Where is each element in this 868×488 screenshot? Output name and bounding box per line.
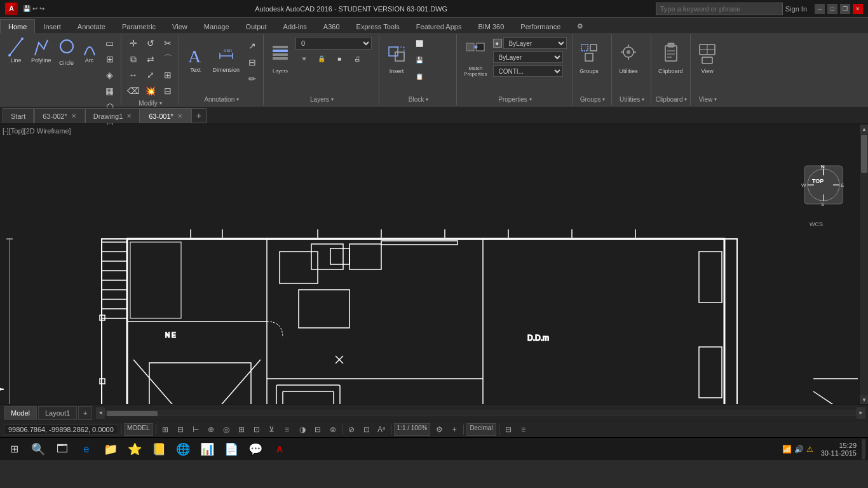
scale-tool-button[interactable]: ⤢ <box>142 67 159 83</box>
fillet-tool-button[interactable]: ⌒ <box>159 51 176 67</box>
explode-tool-button[interactable]: 💥 <box>142 83 159 98</box>
define-att-button[interactable]: 📋 <box>411 69 428 84</box>
tab-drawing1[interactable]: Drawing1 ✕ <box>85 108 140 123</box>
offset-tool-button[interactable]: ⊟ <box>159 83 176 98</box>
isolation-button[interactable]: ⊟ <box>502 423 515 436</box>
color-dropdown[interactable]: ByLayer <box>503 37 567 49</box>
tab-output[interactable]: Output <box>238 19 275 33</box>
hatch-tool-button[interactable]: ⊞ <box>102 51 118 67</box>
restore-button[interactable]: ❐ <box>840 4 850 14</box>
maximize-button[interactable]: □ <box>827 4 837 14</box>
start-button[interactable]: ⊞ <box>3 439 25 459</box>
write-block-button[interactable]: 💾 <box>411 52 428 67</box>
close-tab-63-002[interactable]: ✕ <box>71 112 76 119</box>
tab-featured-apps[interactable]: Featured Apps <box>408 19 470 33</box>
osnap-button[interactable]: ◎ <box>220 423 233 436</box>
view-button[interactable]: View <box>695 36 720 80</box>
circle-tool-button[interactable]: Circle <box>56 36 78 68</box>
tab-annotate[interactable]: Annotate <box>69 19 114 33</box>
tab-view[interactable]: View <box>164 19 196 33</box>
leader-tool-button[interactable]: ↗ <box>244 38 261 53</box>
dynmode-button[interactable]: ⊻ <box>266 423 278 436</box>
transparency-button[interactable]: ◑ <box>296 423 309 436</box>
system-clock[interactable]: 15:29 30-11-2015 <box>817 442 860 457</box>
stretch-tool-button[interactable]: ↔ <box>125 67 142 83</box>
layer-plot-button[interactable]: 🖨 <box>349 51 365 66</box>
mirror-tool-button[interactable]: ⇄ <box>142 51 159 67</box>
clipboard-group-label[interactable]: Clipboard ▾ <box>655 95 688 104</box>
linetype-dropdown[interactable]: ByLayer <box>493 51 563 63</box>
polar-button[interactable]: ⊕ <box>205 423 217 436</box>
otrack-button[interactable]: ⊞ <box>235 423 248 436</box>
rectangle-tool-button[interactable]: ▭ <box>102 36 118 51</box>
text-tool-button[interactable]: A Text <box>183 36 208 80</box>
tab-settings[interactable]: ⚙ <box>569 19 592 33</box>
customization-button[interactable]: ≡ <box>517 423 530 436</box>
tray-warning[interactable]: ⚠ <box>806 445 813 454</box>
units-display[interactable]: Decimal <box>466 423 496 436</box>
erase-tool-button[interactable]: ⌫ <box>125 83 142 98</box>
trim-tool-button[interactable]: ✂ <box>159 36 176 51</box>
scroll-up-button[interactable]: ▲ <box>860 125 868 133</box>
taskbar-search[interactable]: 🔍 <box>27 439 50 459</box>
tab-63-001[interactable]: 63-001* ✕ <box>140 108 191 123</box>
layer-color-button[interactable]: ■ <box>331 51 348 66</box>
layers-group-label[interactable]: Layers ▾ <box>268 95 376 104</box>
vertical-scrollbar[interactable]: ▲ ▼ <box>859 125 868 404</box>
scale-display[interactable]: 1:1 / 100% <box>394 423 431 436</box>
array-tool-button[interactable]: ⊞ <box>159 67 176 83</box>
scroll-thumb-h[interactable] <box>107 411 158 416</box>
properties-group-label[interactable]: Properties ▾ <box>461 95 569 104</box>
groups-button[interactable]: Groups <box>576 36 602 80</box>
navcube-compass[interactable]: N S W E TOP WCS <box>798 163 849 239</box>
move-tool-button[interactable]: ✛ <box>125 36 142 51</box>
tab-start[interactable]: Start <box>3 108 34 123</box>
layer-lock-button[interactable]: 🔒 <box>313 51 330 66</box>
taskbar-excel[interactable]: 📊 <box>196 439 219 459</box>
tab-addins[interactable]: Add-ins <box>275 19 315 33</box>
dimension-tool-button[interactable]: dim Dimension <box>210 36 243 80</box>
add-button[interactable]: + <box>448 423 461 436</box>
selection-button[interactable]: ⊚ <box>327 423 339 436</box>
layer-dropdown[interactable]: 0 <box>295 37 372 50</box>
table-anno-button[interactable]: ⊟ <box>244 55 261 70</box>
groups-group-label[interactable]: Groups ▾ <box>576 95 609 104</box>
close-button[interactable]: ✕ <box>853 4 863 14</box>
new-tab-button[interactable]: + <box>191 108 207 123</box>
tab-insert[interactable]: Insert <box>35 19 69 33</box>
grid-button[interactable]: ⊟ <box>174 423 187 436</box>
qprops-button[interactable]: ⊟ <box>311 423 324 436</box>
line-tool-button[interactable]: Line <box>5 36 27 65</box>
tab-bim360[interactable]: BIM 360 <box>470 19 512 33</box>
rotate-tool-button[interactable]: ↺ <box>142 36 159 51</box>
taskbar-explorer[interactable]: 📁 <box>99 439 122 459</box>
lineweight-button[interactable]: ≡ <box>281 423 294 436</box>
ducs-button[interactable]: ⊡ <box>250 423 263 436</box>
annotation-button[interactable]: Aᵃ <box>376 423 388 436</box>
taskbar-store[interactable]: ⭐ <box>123 439 146 459</box>
layout-tab-model[interactable]: Model <box>4 406 37 420</box>
create-block-button[interactable]: ⬜ <box>411 36 428 51</box>
model-space-button[interactable]: MODEL <box>124 423 153 436</box>
insert-block-button[interactable]: Insert <box>383 36 410 80</box>
taskbar-edge[interactable]: e <box>75 439 98 459</box>
scroll-thumb-v[interactable] <box>861 135 867 173</box>
tab-parametric[interactable]: Parametric <box>114 19 164 33</box>
tab-63-002[interactable]: 63-002* ✕ <box>34 108 85 123</box>
tray-volume[interactable]: 🔊 <box>794 445 804 454</box>
arc-tool-button[interactable]: Arc <box>79 36 100 65</box>
modify-group-label[interactable]: Modify ▾ <box>125 98 176 108</box>
layer-freeze-button[interactable]: ☀ <box>295 51 312 66</box>
utilities-group-label[interactable]: Utilities ▾ <box>616 95 648 104</box>
keyword-search-input[interactable] <box>656 3 783 15</box>
close-tab-drawing1[interactable]: ✕ <box>126 112 132 119</box>
snap-button[interactable]: ⊞ <box>159 423 172 436</box>
close-tab-63-001[interactable]: ✕ <box>177 112 182 119</box>
scroll-down-button[interactable]: ▼ <box>860 395 868 404</box>
color-swatch[interactable]: ■ <box>493 39 502 48</box>
isodraft-button[interactable]: ⊘ <box>345 423 358 436</box>
minimize-button[interactable]: ─ <box>815 4 825 14</box>
gradient-tool-button[interactable]: ▦ <box>102 83 118 98</box>
copy-tool-button[interactable]: ⧉ <box>125 51 142 67</box>
match-properties-button[interactable]: MatchProperties <box>461 36 490 80</box>
